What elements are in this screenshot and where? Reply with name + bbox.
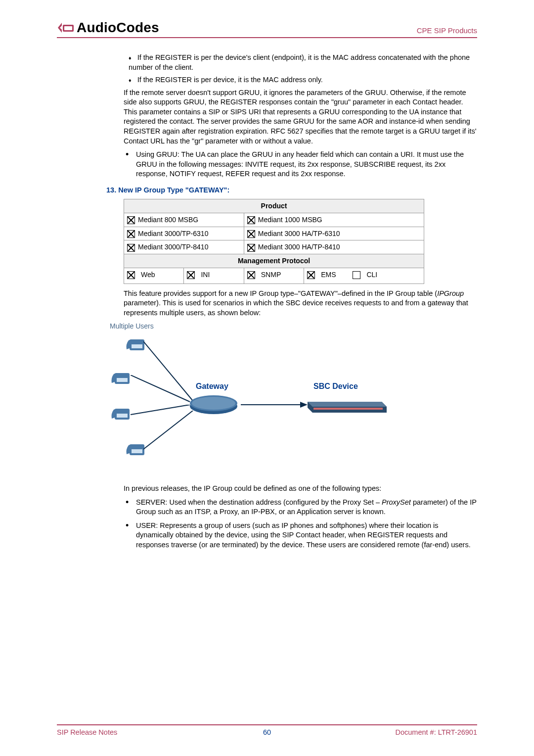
section-title: New IP Group Type "GATEWAY":	[118, 186, 229, 194]
mgmt-header: Management Protocol	[124, 254, 424, 268]
brand-name: AudioCodes	[77, 20, 159, 36]
checkbox-icon	[187, 271, 195, 279]
svg-marker-20	[308, 402, 387, 407]
page-footer: SIP Release Notes 60 Document #: LTRT-26…	[57, 724, 477, 736]
gateway-label: Gateway	[196, 381, 228, 392]
svg-line-13	[143, 411, 193, 449]
footer-left: SIP Release Notes	[57, 728, 117, 736]
svg-rect-3	[132, 344, 142, 348]
svg-rect-5	[117, 378, 128, 382]
section-heading: 13. New IP Group Type "GATEWAY":	[106, 186, 477, 194]
table-row: Mediant 3000/TP-8410 Mediant 3000 HA/TP-…	[124, 240, 424, 254]
footer-right: Document #: LTRT-26901	[396, 728, 478, 736]
checkbox-icon	[127, 216, 135, 224]
mgmt-row: Web INI SNMP EMS CLI	[124, 268, 424, 284]
register-bullets: If the REGISTER is per the device's clie…	[124, 53, 477, 85]
phone-icon	[110, 369, 132, 387]
feature-paragraph: This feature provides support for a new …	[124, 289, 477, 318]
product-table: Product Mediant 800 MSBG Mediant 1000 MS…	[124, 199, 424, 284]
svg-rect-21	[313, 408, 383, 410]
server-type-item: SERVER: Used when the destination addres…	[124, 498, 477, 517]
phone-icon	[110, 405, 132, 423]
connector-line-icon	[143, 411, 198, 450]
user-type-item: USER: Represents a group of users (such …	[124, 521, 477, 550]
checkbox-icon	[353, 271, 360, 279]
page-number: 60	[263, 728, 271, 736]
gruu-paragraph: If the remote server doesn't support GRU…	[124, 88, 477, 146]
svg-rect-7	[117, 414, 128, 418]
table-row: Mediant 3000/TP-6310 Mediant 3000 HA/TP-…	[124, 227, 424, 240]
header-right-text: CPE SIP Products	[417, 26, 477, 36]
connector-line-icon	[131, 375, 195, 405]
arrow-right-icon	[241, 400, 310, 410]
page-header: AudioCodes CPE SIP Products	[57, 20, 477, 38]
checkbox-icon	[127, 271, 135, 279]
sbc-device-icon	[308, 396, 387, 416]
using-gruu-item: Using GRUU: The UA can place the GRUU in…	[124, 150, 477, 179]
brand-mark-icon	[57, 21, 75, 35]
brand-logo: AudioCodes	[57, 20, 159, 36]
checkbox-icon	[247, 216, 255, 224]
gateway-icon	[189, 393, 238, 416]
table-row: Mediant 800 MSBG Mediant 1000 MSBG	[124, 213, 424, 227]
svg-rect-9	[132, 449, 142, 453]
gateway-diagram: Multiple Users Gateway SBC Device	[110, 322, 426, 475]
svg-point-16	[192, 397, 235, 410]
checkbox-icon	[127, 230, 135, 238]
product-header: Product	[124, 199, 424, 213]
checkbox-icon	[247, 230, 255, 238]
bullet-register-client: If the REGISTER is per the device's clie…	[129, 53, 477, 72]
checkbox-icon	[247, 271, 255, 279]
svg-marker-18	[300, 402, 308, 408]
svg-rect-1	[64, 26, 72, 30]
checkbox-icon	[247, 244, 255, 252]
multiple-users-label: Multiple Users	[110, 322, 154, 331]
sbc-device-label: SBC Device	[313, 381, 358, 392]
previous-releases-paragraph: In previous releases, the IP Group could…	[124, 484, 477, 494]
svg-line-11	[131, 375, 190, 402]
bullet-register-device: If the REGISTER is per device, it is the…	[129, 75, 477, 85]
section-number: 13.	[106, 186, 116, 194]
checkbox-icon	[307, 271, 315, 279]
checkbox-icon	[127, 244, 135, 252]
